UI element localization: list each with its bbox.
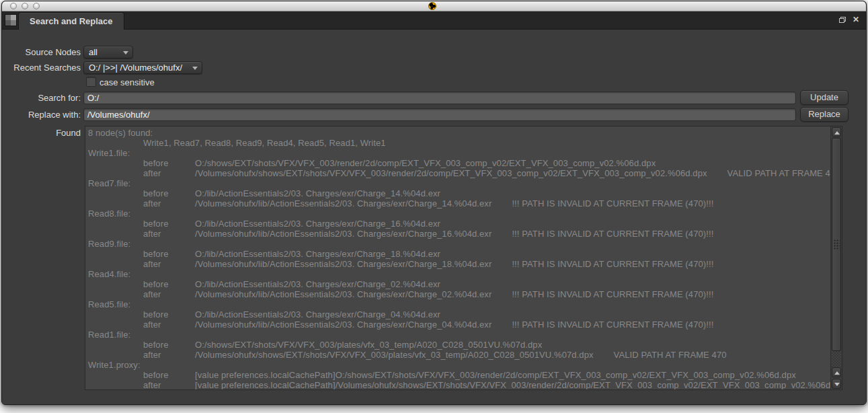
found-node-line: Read7.file:: [85, 178, 830, 188]
node-name: Read9.file:: [88, 239, 130, 249]
after-label: after: [143, 168, 195, 178]
after-path: /Volumes/ohufx/lib/ActionEssentials2/03.…: [195, 229, 491, 239]
scrollbar-thumb[interactable]: [832, 138, 841, 351]
after-label: after: [143, 380, 195, 389]
found-node-line: Write1.proxy:: [85, 360, 830, 370]
found-node-line: Read9.file:: [85, 239, 830, 249]
node-name: Read1.file:: [88, 330, 130, 340]
node-name: Read4.file:: [88, 269, 130, 279]
search-for-label: Search for:: [2, 91, 81, 104]
found-before-line: beforeO:/shows/EXT/shots/VFX/VFX_003/pla…: [85, 340, 830, 350]
found-after-line: after/Volumes/ohufx/lib/ActionEssentials…: [85, 229, 830, 239]
found-after-line: after/Volumes/ohufx/lib/ActionEssentials…: [85, 289, 830, 299]
before-label: before: [143, 219, 195, 229]
found-after-line: after/Volumes/ohufx/lib/ActionEssentials…: [85, 259, 830, 269]
tab-search-and-replace[interactable]: Search and Replace: [18, 12, 124, 30]
node-name: Read7.file:: [88, 178, 130, 188]
pane-menu-icon[interactable]: [5, 14, 17, 26]
before-label: before: [143, 279, 195, 289]
before-label: before: [143, 188, 195, 198]
node-name: Read5.file:: [88, 299, 130, 309]
path-status: !!! PATH IS INVALID AT CURRENT FRAME (47…: [512, 289, 713, 299]
found-label: Found: [2, 126, 81, 139]
after-path: /Volumes/ohufx/shows/EXT/shots/VFX/VFX_0…: [195, 168, 707, 178]
found-results-box[interactable]: 8 node(s) found:Write1, Read7, Read8, Re…: [85, 126, 842, 390]
update-button[interactable]: Update: [800, 90, 849, 105]
scroll-up-button[interactable]: [832, 127, 841, 137]
found-before-line: beforeO:/lib/ActionEssentials2/03. Charg…: [85, 219, 830, 229]
after-path: /Volumes/ohufx/lib/ActionEssentials2/03.…: [195, 289, 491, 299]
case-sensitive-label: case sensitive: [100, 77, 155, 87]
found-node-line: Write1.file:: [85, 148, 830, 158]
found-node-line: Read8.file:: [85, 209, 830, 219]
case-sensitive-checkbox[interactable]: [86, 77, 96, 87]
node-name: Write1.file:: [88, 148, 130, 158]
chevron-down-icon: [192, 67, 198, 70]
before-path: O:/shows/EXT/shots/VFX/VFX_003/plates/vf…: [195, 340, 542, 350]
found-after-line: after/Volumes/ohufx/shows/EXT/shots/VFX/…: [85, 168, 830, 178]
recent-searches-value: O:/ |>>| /Volumes/ohufx/: [89, 63, 182, 73]
before-label: before: [143, 370, 195, 380]
before-path: O:/shows/EXT/shots/VFX/VFX_003/render/2d…: [195, 158, 656, 168]
found-after-line: after/Volumes/ohufx/shows/EXT/shots/VFX/…: [85, 350, 830, 360]
replace-with-input[interactable]: [83, 108, 796, 121]
after-label: after: [143, 289, 195, 299]
replace-button[interactable]: Replace: [800, 107, 849, 122]
before-label: before: [143, 249, 195, 259]
scrollbar-grip-icon: [834, 239, 840, 250]
before-path: O:/lib/ActionEssentials2/03. Charges/exr…: [195, 188, 440, 198]
after-label: after: [143, 259, 195, 269]
source-nodes-value: all: [89, 47, 97, 57]
tab-label: Search and Replace: [30, 16, 113, 26]
found-after-line: after/Volumes/ohufx/lib/ActionEssentials…: [85, 198, 830, 209]
after-path: /Volumes/ohufx/lib/ActionEssentials2/03.…: [195, 259, 491, 269]
after-path: /Volumes/ohufx/lib/ActionEssentials2/03.…: [195, 320, 491, 330]
source-nodes-dropdown[interactable]: all: [83, 46, 133, 59]
chevron-down-icon: [123, 51, 128, 54]
vertical-scrollbar[interactable]: [830, 126, 842, 389]
close-panel-icon[interactable]: ✕: [853, 15, 859, 24]
after-path: /Volumes/ohufx/lib/ActionEssentials2/03.…: [195, 198, 491, 209]
minimize-traffic-light-icon[interactable]: [22, 3, 28, 9]
after-label: after: [143, 229, 195, 239]
found-after-line: after/Volumes/ohufx/lib/ActionEssentials…: [85, 320, 830, 330]
path-status: !!! PATH IS INVALID AT CURRENT FRAME (47…: [512, 198, 713, 209]
path-status: VALID PATH AT FRAME 470: [727, 168, 830, 178]
recent-searches-label: Recent Searches: [2, 61, 81, 74]
traffic-lights: [10, 3, 40, 9]
close-traffic-light-icon[interactable]: [10, 3, 17, 9]
before-label: before: [143, 158, 195, 168]
found-node-line: Read1.file:: [85, 330, 830, 340]
zoom-traffic-light-icon[interactable]: [33, 3, 40, 9]
before-path: O:/lib/ActionEssentials2/03. Charges/exr…: [195, 219, 440, 229]
after-path: /Volumes/ohufx/shows/EXT/shots/VFX/VFX_0…: [195, 350, 594, 360]
found-before-line: beforeO:/lib/ActionEssentials2/03. Charg…: [85, 309, 830, 320]
before-label: before: [143, 309, 195, 320]
source-nodes-label: Source Nodes: [2, 46, 81, 59]
search-for-input[interactable]: [83, 91, 796, 104]
found-node-line: Read5.file:: [85, 299, 830, 309]
after-label: after: [143, 350, 195, 360]
replace-with-label: Replace with:: [2, 108, 81, 121]
found-results-text: 8 node(s) found:Write1, Read7, Read8, Re…: [85, 128, 830, 389]
after-label: after: [143, 198, 195, 209]
scroll-down-button[interactable]: [832, 379, 841, 389]
after-label: after: [143, 320, 195, 330]
before-path: O:/lib/ActionEssentials2/03. Charges/exr…: [195, 249, 440, 259]
before-path: O:/lib/ActionEssentials2/03. Charges/exr…: [195, 309, 440, 320]
scroll-up-button-bottom[interactable]: [832, 367, 841, 377]
titlebar[interactable]: [2, 1, 866, 11]
nuke-logo-icon: [428, 2, 436, 10]
found-before-line: before[value preferences.localCachePath]…: [85, 370, 830, 380]
panel-window-controls: ✕: [839, 15, 859, 24]
float-panel-icon[interactable]: [839, 17, 846, 23]
found-node-list: Write1, Read7, Read8, Read9, Read4, Read…: [143, 138, 386, 148]
found-node-list-line: Write1, Read7, Read8, Read9, Read4, Read…: [85, 138, 830, 148]
search-and-replace-window: Search and Replace ✕ Source Nodes all Re…: [1, 1, 867, 405]
path-status: VALID PATH AT FRAME 470: [614, 350, 727, 360]
found-before-line: beforeO:/lib/ActionEssentials2/03. Charg…: [85, 279, 830, 289]
recent-searches-dropdown[interactable]: O:/ |>>| /Volumes/ohufx/: [83, 61, 202, 74]
node-name: Write1.proxy:: [88, 360, 141, 370]
found-before-line: beforeO:/lib/ActionEssentials2/03. Charg…: [85, 249, 830, 259]
before-path: [value preferences.localCachePath]O:/sho…: [195, 370, 796, 380]
